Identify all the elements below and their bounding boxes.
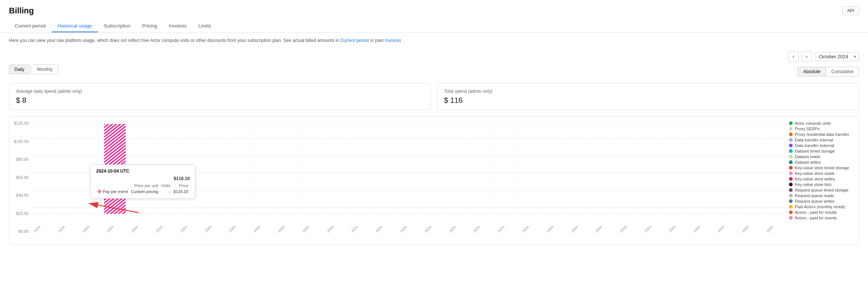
legend: Actor compute units Proxy SERPs Proxy re…: [784, 121, 859, 245]
stat-cards: Average daily spend (admin only) $ 8 Tot…: [9, 83, 859, 110]
chart-wrapper: $120.00 $100.00 $80.00 $60.00 $40.00 $20…: [9, 116, 859, 245]
legend-label-dataset-writes: Dataset writes: [795, 160, 821, 164]
legend-item-data-transfer-internal: Data transfer internal: [789, 138, 854, 142]
x-label-26: 2024-10-26: [644, 226, 666, 241]
legend-dot-dataset-timed: [789, 149, 793, 153]
api-button[interactable]: API: [842, 6, 859, 15]
next-month-button[interactable]: ›: [802, 51, 812, 62]
legend-item-data-transfer-external: Data transfer external: [789, 143, 854, 148]
x-label-06: 2024-10-06: [155, 226, 177, 241]
x-label-23: 2024-10-23: [571, 226, 593, 241]
legend-dot-rq-reads: [789, 194, 793, 197]
legend-label-rq-timed: Request queue timed storage: [795, 188, 848, 192]
chart-tooltip: 2024-10-04 UTC $116.10 Price per unit Un…: [91, 164, 195, 199]
tab-limits[interactable]: Limits: [193, 20, 217, 32]
legend-label-kv-writes: Key-value store writes: [795, 177, 835, 181]
x-label-13: 2024-10-13: [326, 226, 348, 241]
y-label-120: $120.00: [12, 121, 29, 125]
x-label-08: 2024-10-08: [204, 226, 226, 241]
invoices-link[interactable]: Invoices: [385, 38, 401, 43]
x-label-14: 2024-10-14: [350, 226, 372, 241]
legend-dot-kv-timed: [789, 166, 793, 170]
legend-label-proxy-serps: Proxy SERPs: [795, 127, 820, 131]
legend-item-proxy-residential: Proxy residential data transfer: [789, 132, 854, 137]
tooltip-date: 2024-10-04 UTC: [96, 169, 190, 174]
legend-label-proxy-residential: Proxy residential data transfer: [795, 132, 849, 137]
tab-pricing[interactable]: Pricing: [136, 20, 163, 32]
legend-item-actor-compute: Actor compute units: [789, 121, 854, 125]
total-spend-label: Total spend (admin only): [444, 89, 852, 94]
legend-dot-rq-timed: [789, 188, 793, 192]
tooltip-header-price-per-unit: Price per unit: [130, 183, 160, 189]
x-label-07: 2024-10-07: [180, 226, 202, 241]
total-spend-card: Total spend (admin only) $ 116: [437, 83, 859, 110]
tab-current-period[interactable]: Current period: [9, 20, 52, 32]
legend-label-kv-lists: Key-value store lists: [795, 182, 831, 187]
avg-daily-spend-card: Average daily spend (admin only) $ 8: [9, 83, 431, 110]
tooltip-row: Pay per event Custom pricing - $116.10: [96, 189, 190, 195]
legend-dot-kv-reads: [789, 171, 793, 175]
legend-item-rq-timed: Request queue timed storage: [789, 188, 854, 192]
x-label-05: 2024-10-05: [131, 226, 153, 241]
legend-item-kv-timed: Key-value store timed storage: [789, 166, 854, 170]
x-label-30: 2024-10-30: [741, 226, 763, 241]
page-title: Billing: [9, 6, 34, 16]
absolute-button[interactable]: Absolute: [797, 67, 826, 76]
legend-label-kv-reads: Key-value store reads: [795, 171, 835, 176]
legend-item-paid-actors-monthly: Paid Actors (monthly rental): [789, 205, 854, 209]
legend-label-actors-results: Actors - paid for results: [795, 210, 837, 215]
x-label-15: 2024-10-15: [375, 226, 397, 241]
current-period-link[interactable]: Current period: [340, 38, 369, 43]
monthly-view-button[interactable]: Monthly: [32, 65, 58, 74]
x-label-28: 2024-10-28: [693, 226, 715, 241]
legend-label-actor-compute: Actor compute units: [795, 121, 831, 125]
tab-invoices[interactable]: Invoices: [163, 20, 193, 32]
tooltip-row-price-per-unit: Custom pricing: [130, 189, 160, 195]
y-label-100: $100.00: [12, 139, 29, 144]
legend-label-kv-timed: Key-value store timed storage: [795, 166, 849, 170]
tab-historical-usage[interactable]: Historical usage: [52, 20, 98, 32]
legend-item-rq-reads: Request queue reads: [789, 193, 854, 198]
legend-dot-dataset-writes: [789, 160, 793, 164]
tab-subscription[interactable]: Subscription: [98, 20, 137, 32]
legend-item-kv-lists: Key-value store lists: [789, 182, 854, 187]
legend-item-rq-writes: Request queue writes: [789, 199, 854, 203]
month-selector-wrap: October 2024: [815, 52, 859, 61]
x-label-11: 2024-10-11: [277, 226, 299, 241]
tooltip-total: $116.10: [96, 176, 190, 181]
x-label-21: 2024-10-21: [522, 226, 544, 241]
legend-item-proxy-serps: Proxy SERPs: [789, 127, 854, 131]
legend-dot-rq-writes: [789, 199, 793, 203]
x-label-19: 2024-10-19: [473, 226, 495, 241]
x-label-17: 2024-10-17: [424, 226, 446, 241]
legend-dot-proxy-residential: [789, 133, 793, 136]
prev-month-button[interactable]: ‹: [788, 51, 799, 62]
legend-dot-actors-results: [789, 210, 793, 214]
legend-label-dataset-reads: Dataset reads: [795, 154, 820, 159]
legend-label-rq-reads: Request queue reads: [795, 193, 834, 198]
chart-y-axis: $120.00 $100.00 $80.00 $60.00 $40.00 $20…: [9, 121, 32, 245]
main-content: Daily Monthly Absolute Cumulative Averag…: [0, 65, 868, 257]
legend-item-kv-writes: Key-value store writes: [789, 177, 854, 181]
x-label-27: 2024-10-27: [668, 226, 690, 241]
y-label-80: $80.00: [12, 157, 29, 161]
x-label-29: 2024-10-29: [717, 226, 739, 241]
toggle-row: Daily Monthly Absolute Cumulative: [9, 65, 859, 79]
legend-dot-data-transfer-internal: [789, 138, 793, 142]
legend-dot-kv-writes: [789, 177, 793, 181]
x-label-03: 2024-10-03: [82, 226, 104, 241]
month-selector[interactable]: October 2024: [815, 52, 859, 61]
avg-daily-spend-label: Average daily spend (admin only): [16, 89, 424, 94]
x-label-20: 2024-10-20: [497, 226, 519, 241]
legend-item-dataset-writes: Dataset writes: [789, 160, 854, 164]
legend-label-paid-actors-monthly: Paid Actors (monthly rental): [795, 205, 845, 209]
legend-item-actors-results: Actors - paid for results: [789, 210, 854, 215]
x-label-22: 2024-10-22: [546, 226, 568, 241]
tooltip-header-item: [96, 183, 130, 189]
legend-dot-actor-compute: [789, 121, 793, 125]
daily-view-button[interactable]: Daily: [9, 65, 30, 74]
legend-item-kv-reads: Key-value store reads: [789, 171, 854, 176]
description-text: Here you can view your raw platform usag…: [0, 33, 868, 48]
cumulative-button[interactable]: Cumulative: [826, 67, 859, 76]
legend-label-actors-events: Actors - paid for events: [795, 216, 837, 220]
